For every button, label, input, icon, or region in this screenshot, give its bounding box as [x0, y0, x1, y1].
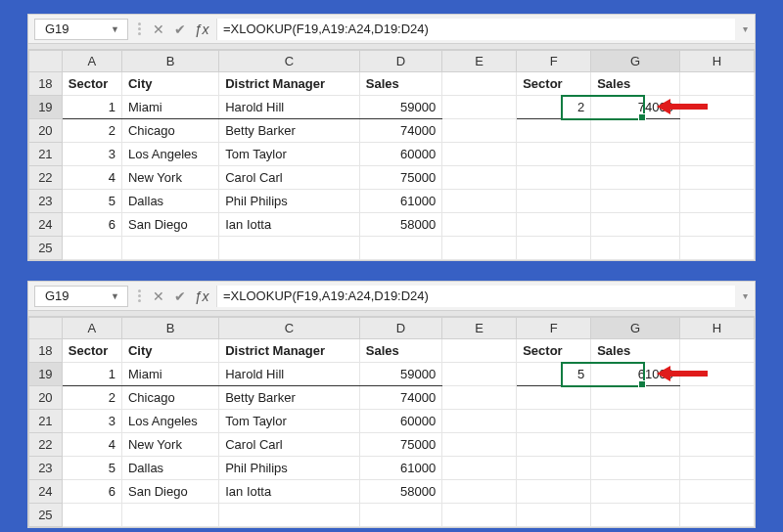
cell[interactable] [517, 190, 591, 213]
cell[interactable] [591, 190, 680, 213]
cell[interactable] [219, 237, 360, 260]
cell[interactable]: Sector [62, 72, 121, 96]
col-B[interactable]: B [121, 51, 218, 72]
table-row[interactable]: 20 2 Chicago Betty Barker 74000 [29, 119, 755, 143]
cell[interactable] [121, 237, 218, 260]
table-row[interactable]: 19 1 Miami Harold Hill 59000 2 74000 [29, 96, 755, 119]
cell[interactable] [442, 480, 517, 504]
cell[interactable]: District Manager [219, 72, 360, 96]
cell[interactable] [591, 213, 680, 237]
cell[interactable]: 75000 [359, 433, 441, 457]
cell[interactable]: Sales [591, 339, 680, 363]
cell[interactable] [442, 143, 517, 166]
expand-formula-bar-icon[interactable]: ▾ [735, 23, 755, 34]
cell[interactable]: San Diego [121, 480, 218, 504]
cell[interactable] [359, 237, 441, 260]
col-E[interactable]: E [442, 51, 517, 72]
table-row[interactable]: 22 4 New York Carol Carl 75000 [29, 433, 755, 457]
cell[interactable]: Chicago [121, 119, 218, 143]
cell[interactable]: 6 [62, 213, 121, 237]
cell[interactable] [679, 457, 754, 480]
cancel-icon[interactable]: ✕ [148, 22, 169, 36]
cell[interactable] [62, 504, 121, 527]
name-box-dropdown-icon[interactable]: ▼ [111, 24, 119, 34]
table-row[interactable]: 25 [29, 237, 755, 260]
cell[interactable] [442, 119, 517, 143]
cell[interactable]: San Diego [121, 213, 218, 237]
cell[interactable]: Carol Carl [219, 166, 360, 190]
row-num[interactable]: 18 [29, 72, 63, 96]
fx-icon[interactable]: ƒx [191, 22, 212, 36]
row-num[interactable]: 24 [29, 213, 63, 237]
cell[interactable]: Dallas [121, 457, 218, 480]
name-box[interactable]: G19 ▼ [34, 286, 128, 307]
cell[interactable]: Sector [517, 339, 591, 363]
row-num[interactable]: 20 [29, 386, 63, 410]
cell[interactable]: Sales [591, 72, 680, 96]
cell[interactable]: 61000 [359, 190, 441, 213]
row-num[interactable]: 21 [29, 410, 63, 433]
cell[interactable] [442, 190, 517, 213]
cell[interactable] [442, 72, 517, 96]
cell[interactable] [679, 504, 754, 527]
cell[interactable] [591, 410, 680, 433]
cell[interactable] [442, 386, 517, 410]
row-num[interactable]: 21 [29, 143, 63, 166]
cell[interactable] [679, 166, 754, 190]
col-A[interactable]: A [62, 51, 121, 72]
cell[interactable]: Betty Barker [219, 386, 360, 410]
col-F[interactable]: F [517, 318, 591, 339]
cell[interactable]: Carol Carl [219, 433, 360, 457]
cell[interactable] [591, 237, 680, 260]
cell[interactable] [591, 166, 680, 190]
spreadsheet-grid[interactable]: A B C D E F G H 18 Sector City District … [28, 50, 755, 260]
cell[interactable]: 3 [62, 143, 121, 166]
cell[interactable] [517, 237, 591, 260]
column-header-row[interactable]: A B C D E F G H [29, 318, 755, 339]
row-num[interactable]: 25 [29, 504, 63, 527]
cell[interactable]: 60000 [359, 410, 441, 433]
cell[interactable]: 60000 [359, 143, 441, 166]
cell[interactable]: New York [121, 166, 218, 190]
cell[interactable]: Tom Taylor [219, 143, 360, 166]
col-C[interactable]: C [219, 318, 360, 339]
cancel-icon[interactable]: ✕ [148, 289, 169, 303]
cell[interactable]: 61000 [359, 457, 441, 480]
cell[interactable]: 3 [62, 410, 121, 433]
cell[interactable] [517, 480, 591, 504]
cell[interactable] [517, 433, 591, 457]
cell[interactable] [359, 504, 441, 527]
cell[interactable] [517, 119, 591, 143]
cell[interactable]: 75000 [359, 166, 441, 190]
cell[interactable]: Harold Hill [219, 96, 360, 119]
cell-lookup-f[interactable]: 5 [517, 363, 591, 386]
cell[interactable] [679, 386, 754, 410]
cell[interactable] [442, 166, 517, 190]
cell[interactable]: 59000 [359, 96, 441, 119]
name-box[interactable]: G19 ▼ [34, 19, 128, 40]
row-num[interactable]: 22 [29, 166, 63, 190]
cell[interactable]: Harold Hill [219, 363, 360, 386]
row-num[interactable]: 23 [29, 457, 63, 480]
cell[interactable] [442, 213, 517, 237]
formula-input[interactable]: =XLOOKUP(F19,A19:A24,D19:D24) [216, 19, 735, 40]
cell[interactable]: Phil Philips [219, 457, 360, 480]
table-row[interactable]: 23 5 Dallas Phil Philips 61000 [29, 457, 755, 480]
cell[interactable]: 59000 [359, 363, 441, 386]
col-D[interactable]: D [359, 51, 441, 72]
fx-icon[interactable]: ƒx [191, 289, 212, 303]
col-C[interactable]: C [219, 51, 360, 72]
cell[interactable]: 1 [62, 363, 121, 386]
cell[interactable] [591, 143, 680, 166]
cell[interactable]: 58000 [359, 213, 441, 237]
cell[interactable] [517, 457, 591, 480]
cell[interactable] [679, 410, 754, 433]
spreadsheet-grid[interactable]: A B C D E F G H 18 Sector City District … [28, 317, 755, 527]
cell[interactable]: Miami [121, 96, 218, 119]
cell[interactable]: 4 [62, 433, 121, 457]
cell[interactable]: 4 [62, 166, 121, 190]
cell[interactable] [591, 504, 680, 527]
select-all-corner[interactable] [29, 51, 63, 72]
cell[interactable]: 74000 [359, 386, 441, 410]
row-num[interactable]: 19 [29, 363, 63, 386]
